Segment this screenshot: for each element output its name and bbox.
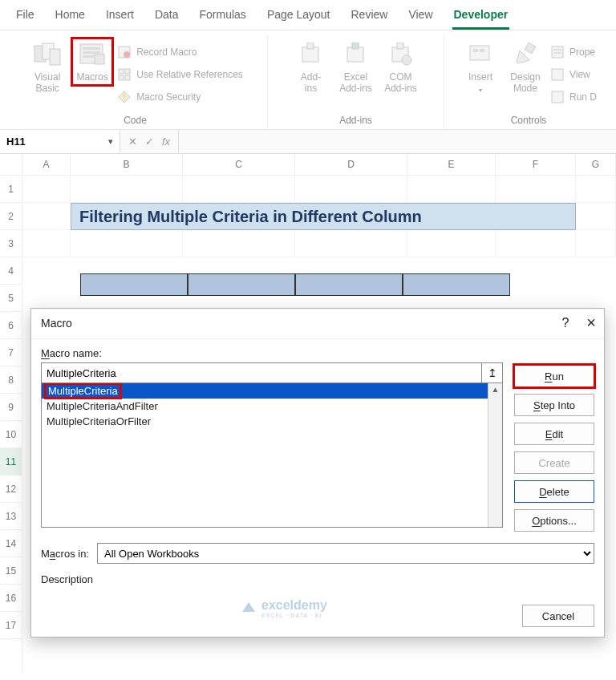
list-item[interactable]: MultipleCriteriaAndFilter <box>42 399 502 414</box>
row-header[interactable]: 9 <box>0 394 22 421</box>
group-addins: Add- ins Excel Add-ins COM Add-ins Add-i… <box>268 35 444 129</box>
tab-insert[interactable]: Insert <box>104 5 136 30</box>
row-header[interactable]: 6 <box>0 312 22 339</box>
row-header[interactable]: 5 <box>0 285 22 312</box>
svg-rect-28 <box>552 47 563 58</box>
row-header[interactable]: 1 <box>0 176 22 203</box>
col-header[interactable]: F <box>496 154 576 175</box>
excel-addins-button[interactable]: Excel Add-ins <box>336 38 376 96</box>
tab-page-layout[interactable]: Page Layout <box>265 5 332 30</box>
col-header[interactable]: D <box>295 154 407 175</box>
insert-control-icon <box>466 40 495 69</box>
tab-view[interactable]: View <box>407 5 434 30</box>
svg-rect-4 <box>83 47 100 50</box>
tab-home[interactable]: Home <box>54 5 87 30</box>
tab-review[interactable]: Review <box>350 5 390 30</box>
row-header[interactable]: 4 <box>0 257 22 285</box>
formula-bar-row: ▾ ✕ ✓ fx <box>0 130 616 154</box>
macros-label: Macros <box>76 72 107 83</box>
scrollbar[interactable]: ▲ <box>488 383 502 527</box>
view-code-label: View <box>569 69 590 80</box>
row-header[interactable]: 16 <box>0 585 22 612</box>
watermark: exceldemy EXCEL · DATA · BI <box>241 598 327 618</box>
row-header[interactable]: 15 <box>0 557 22 585</box>
view-code-button[interactable]: View <box>550 64 597 85</box>
macro-name-input[interactable] <box>41 362 482 383</box>
visual-basic-button[interactable]: Visual Basic <box>27 38 67 96</box>
watermark-tagline: EXCEL · DATA · BI <box>261 613 327 618</box>
macro-security-button[interactable]: ! Macro Security <box>117 87 243 107</box>
tab-developer[interactable]: Developer <box>452 5 510 30</box>
col-header[interactable]: A <box>22 154 71 175</box>
fx-icon[interactable]: fx <box>162 136 170 148</box>
delete-button[interactable]: Delete <box>514 480 594 503</box>
logo-icon <box>241 601 257 617</box>
addins-button[interactable]: Add- ins <box>291 38 331 96</box>
run-dialog-icon <box>550 90 565 104</box>
row-header[interactable]: 14 <box>0 530 22 557</box>
macros-button[interactable]: Macros <box>72 38 112 85</box>
help-icon[interactable]: ? <box>561 316 569 330</box>
use-relative-button[interactable]: Use Relative References <box>117 64 243 85</box>
row-header[interactable]: 13 <box>0 503 22 530</box>
row-header[interactable]: 8 <box>0 366 22 394</box>
record-macro-icon <box>117 45 132 59</box>
macros-in-select[interactable]: All Open Workbooks <box>97 543 594 564</box>
row-header[interactable]: 10 <box>0 421 22 448</box>
svg-rect-16 <box>302 47 318 62</box>
table-header-row <box>80 273 510 296</box>
row-header[interactable]: 11 <box>0 448 22 476</box>
tab-data[interactable]: Data <box>153 5 180 30</box>
confirm-formula-icon[interactable]: ✓ <box>145 136 154 148</box>
scroll-up-icon[interactable]: ▲ <box>488 383 502 395</box>
cancel-button[interactable]: Cancel <box>522 605 594 627</box>
row-header[interactable]: 12 <box>0 476 22 503</box>
close-icon[interactable]: × <box>586 314 596 332</box>
design-mode-label: Design Mode <box>510 72 540 95</box>
ribbon-tabs: File Home Insert Data Formulas Page Layo… <box>0 0 616 30</box>
svg-rect-25 <box>480 49 484 52</box>
group-controls: Insert ▾ Design Mode Prope View Run D <box>444 35 613 129</box>
visual-basic-icon <box>33 40 62 69</box>
svg-rect-19 <box>352 42 359 49</box>
cancel-formula-icon[interactable]: ✕ <box>128 136 137 148</box>
row-header[interactable]: 2 <box>0 203 22 230</box>
chevron-down-icon: ▾ <box>479 87 482 94</box>
row-header[interactable]: 17 <box>0 612 22 639</box>
macro-security-label: Macro Security <box>136 91 201 103</box>
svg-point-9 <box>124 51 130 58</box>
col-header[interactable]: G <box>576 154 616 175</box>
formula-input[interactable] <box>185 130 610 153</box>
svg-rect-24 <box>473 49 478 52</box>
col-header[interactable]: B <box>71 154 183 175</box>
tab-file[interactable]: File <box>14 5 36 30</box>
list-item[interactable]: MultipleCriteria <box>42 383 502 399</box>
properties-button[interactable]: Prope <box>550 42 597 63</box>
name-box[interactable]: ▾ <box>0 130 120 153</box>
description-label: Description <box>31 570 604 592</box>
name-box-input[interactable] <box>6 136 87 148</box>
row-header[interactable]: 3 <box>0 230 22 257</box>
macro-list[interactable]: MultipleCriteria MultipleCriteriaAndFilt… <box>41 383 503 528</box>
chevron-down-icon[interactable]: ▾ <box>108 136 113 147</box>
tab-formulas[interactable]: Formulas <box>198 5 248 30</box>
select-all-cell[interactable] <box>0 154 22 175</box>
macro-name-label: Macro name: <box>41 347 503 359</box>
svg-rect-32 <box>552 91 563 103</box>
run-button[interactable]: Run <box>514 365 594 387</box>
list-item[interactable]: MultipleCriteriaOrFilter <box>42 414 502 429</box>
options-button[interactable]: Options... <box>514 509 594 532</box>
col-header[interactable]: E <box>407 154 496 175</box>
com-addins-button[interactable]: COM Add-ins <box>381 38 421 96</box>
reference-button[interactable]: ↥ <box>482 362 503 383</box>
design-mode-button[interactable]: Design Mode <box>505 38 545 96</box>
step-into-button[interactable]: Step Into <box>514 394 594 416</box>
record-macro-button[interactable]: Record Macro <box>117 42 243 63</box>
com-addins-label: COM Add-ins <box>384 72 417 95</box>
col-header[interactable]: C <box>183 154 295 175</box>
run-dialog-button[interactable]: Run D <box>550 87 597 107</box>
row-header[interactable]: 7 <box>0 339 22 366</box>
insert-control-button[interactable]: Insert ▾ <box>460 38 500 95</box>
svg-rect-2 <box>50 49 60 65</box>
edit-button[interactable]: Edit <box>514 423 594 445</box>
